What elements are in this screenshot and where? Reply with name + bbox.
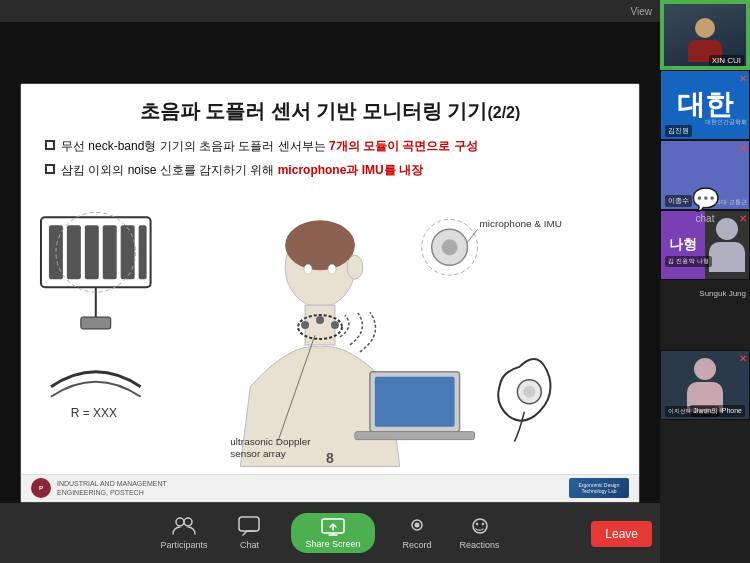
svg-rect-23: [355, 431, 475, 439]
toolbar: Participants Chat Share Screen: [0, 503, 660, 563]
svg-point-16: [328, 264, 336, 274]
slide-diagram: R = XXX: [31, 182, 629, 472]
share-screen-button[interactable]: Share Screen: [291, 513, 374, 553]
participant-name-jiwon: Jiwon의 iPhone: [690, 405, 745, 417]
slide-number: 8: [326, 450, 334, 466]
participant-name-kimjinwon: 김진원: [665, 125, 692, 137]
participant-tile-xin-cui[interactable]: XIN CUI: [660, 0, 750, 70]
svg-rect-2: [67, 225, 81, 279]
bullet-1-highlight: 7개의 모듈이 곡면으로 구성: [329, 139, 478, 153]
participant-tile-kimjinwon[interactable]: 대한 김진원 ✕ 대한인간공학회: [660, 70, 750, 140]
mic-muted-jiwon: ✕: [739, 353, 747, 364]
svg-point-39: [415, 523, 420, 528]
participant-name-nahyeong: 김 진원 딱 나형: [665, 256, 712, 267]
participants-sidebar: XIN CUI 대한 김진원 ✕ 대한인간공학회 이종수 ✕ 교통공과대·교통근…: [660, 0, 750, 563]
svg-text:microphone & IMU: microphone & IMU: [480, 218, 562, 229]
record-icon: [403, 516, 431, 536]
svg-rect-3: [85, 225, 99, 279]
svg-rect-36: [239, 517, 259, 531]
svg-point-20: [331, 321, 339, 329]
top-bar: View: [0, 0, 660, 22]
svg-text:sensor array: sensor array: [230, 447, 285, 458]
svg-rect-6: [139, 225, 147, 279]
chat-label: Chat: [240, 540, 259, 550]
svg-rect-22: [375, 376, 455, 426]
mic-muted-kimjinwon: ✕: [739, 73, 747, 84]
chat-panel-label: chat: [696, 213, 715, 224]
record-label: Record: [403, 540, 432, 550]
reactions-button[interactable]: Reactions: [460, 516, 500, 550]
sunguk-name-overlay: Sunguk Jung: [660, 280, 750, 302]
record-button[interactable]: Record: [403, 516, 432, 550]
person-head-jiwon: [694, 358, 716, 380]
participants-icon: [170, 516, 198, 536]
view-label: View: [631, 6, 653, 17]
svg-text:R = XXX: R = XXX: [71, 405, 117, 419]
reactions-label: Reactions: [460, 540, 500, 550]
svg-line-30: [468, 229, 478, 242]
postech-logo: P: [31, 478, 51, 498]
participant-tile-jiwon[interactable]: 이지선대학교준경 Jiwon의 iPhone ✕: [660, 350, 750, 420]
slide-footer-right: Ergonomic DesignTechnology Lab: [569, 478, 629, 498]
svg-point-25: [523, 385, 535, 397]
person-body-sunguk: [709, 242, 745, 272]
chat-icon-sidebar: 💬: [692, 187, 719, 213]
share-screen-icon: [319, 517, 347, 537]
svg-point-42: [481, 523, 483, 525]
bullet-1: 무선 neck-band형 기기의 초음파 도플러 센서부는 7개의 모듈이 곡…: [45, 137, 615, 155]
svg-point-13: [347, 255, 363, 279]
participants-button[interactable]: Participants: [160, 516, 207, 550]
svg-point-28: [442, 239, 458, 255]
bullet-square-2: [45, 164, 55, 174]
svg-point-14: [285, 220, 355, 270]
svg-point-35: [184, 518, 192, 526]
svg-point-18: [301, 321, 309, 329]
mic-muted-ijongsu: ✕: [739, 143, 747, 154]
slide-container: 초음파 도플러 센서 기반 모니터링 기기(2/2) 무선 neck-band형…: [0, 22, 660, 563]
svg-point-34: [176, 518, 184, 526]
slide-footer-left: P INDUSTRIAL AND MANAGEMENTENGINEERING, …: [31, 478, 167, 498]
slide-body: 무선 neck-band형 기기의 초음파 도플러 센서부는 7개의 모듈이 곡…: [21, 133, 639, 189]
svg-rect-4: [103, 225, 117, 279]
chat-panel-area: 💬 chat: [660, 183, 750, 228]
svg-point-15: [304, 264, 312, 274]
video-head: [695, 18, 715, 38]
leave-button[interactable]: Leave: [591, 521, 652, 547]
svg-text:ultrasonic Doppler: ultrasonic Doppler: [230, 435, 311, 446]
participant-name-xin-cui: XIN CUI: [709, 55, 744, 66]
bullet-square-1: [45, 140, 55, 150]
footer-institution: INDUSTRIAL AND MANAGEMENTENGINEERING, PO…: [57, 479, 167, 497]
ergonomic-logo: Ergonomic DesignTechnology Lab: [569, 478, 629, 498]
svg-point-19: [316, 316, 324, 324]
slide-footer: P INDUSTRIAL AND MANAGEMENTENGINEERING, …: [21, 474, 639, 502]
slide-title: 초음파 도플러 센서 기반 모니터링 기기(2/2): [21, 84, 639, 133]
svg-rect-8: [81, 317, 111, 329]
bullet-2: 삼킴 이외의 noise 신호를 감지하기 위해 microphone과 IMU…: [45, 161, 615, 179]
svg-point-41: [475, 523, 477, 525]
chat-button[interactable]: Chat: [235, 516, 263, 550]
svg-rect-5: [121, 225, 135, 279]
participants-label: Participants: [160, 540, 207, 550]
reactions-icon: [466, 516, 494, 536]
chat-icon: [235, 516, 263, 536]
participant-name-sunguk: Sunguk Jung: [699, 289, 746, 298]
bullet-1-text: 무선 neck-band형 기기의 초음파 도플러 센서부는 7개의 모듈이 곡…: [61, 137, 478, 155]
bullet-2-text: 삼킴 이외의 noise 신호를 감지하기 위해 microphone과 IMU…: [61, 161, 423, 179]
svg-point-40: [473, 519, 487, 533]
main-video-area: View 초음파 도플러 센서 기반 모니터링 기기(2/2) 무선 neck-…: [0, 0, 660, 563]
share-screen-label: Share Screen: [305, 539, 360, 549]
bullet-2-highlight: microphone과 IMU를 내장: [278, 163, 423, 177]
presentation-slide: 초음파 도플러 센서 기반 모니터링 기기(2/2) 무선 neck-band형…: [20, 83, 640, 503]
